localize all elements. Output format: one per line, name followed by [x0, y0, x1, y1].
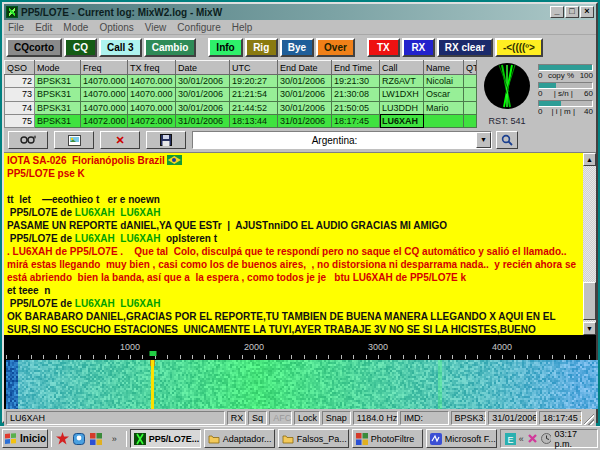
- title-bar[interactable]: PP5/LO7E - Current log: MixW2.log - MixW…: [4, 4, 596, 20]
- cell-qth[interactable]: [464, 88, 477, 101]
- table-row[interactable]: 73BPSK3114070.00014070.00030/01/200621:2…: [5, 88, 477, 101]
- rx-scrollbar[interactable]: ▲ ▼: [583, 153, 596, 335]
- status-panel-3[interactable]: AFC: [269, 411, 292, 425]
- macro-button-rx[interactable]: RX: [402, 38, 435, 57]
- col-header-end-time[interactable]: End Time: [332, 61, 380, 75]
- menu-file[interactable]: File: [8, 22, 24, 33]
- chevron-down-icon[interactable]: ▼: [476, 132, 491, 148]
- cell-end-time[interactable]: 18:17:45: [332, 114, 380, 127]
- cell-mode[interactable]: BPSK31: [35, 114, 81, 127]
- cell-qth[interactable]: [464, 114, 477, 127]
- table-row[interactable]: 72BPSK3114070.00014070.00030/01/200619:2…: [5, 75, 477, 88]
- cell-mode[interactable]: BPSK31: [35, 75, 81, 88]
- cell-utc[interactable]: 19:20:27: [230, 75, 278, 88]
- cell-utc[interactable]: 21:21:54: [230, 88, 278, 101]
- cell-end-time[interactable]: 21:30:08: [332, 88, 380, 101]
- macro-button-call-3[interactable]: Call 3: [99, 38, 142, 57]
- col-header-date[interactable]: Date: [176, 61, 230, 75]
- rx-frequency-marker[interactable]: [149, 351, 156, 356]
- menu-help[interactable]: Help: [232, 22, 253, 33]
- minimize-button[interactable]: _: [550, 6, 564, 18]
- tray-pink-icon[interactable]: [527, 433, 538, 445]
- log-table-body[interactable]: 72BPSK3114070.00014070.00030/01/200619:2…: [5, 75, 477, 128]
- col-header-tx-freq[interactable]: TX freq: [128, 61, 176, 75]
- status-panel-5[interactable]: Snap: [322, 411, 351, 425]
- macro-button--[interactable]: -<((((º>: [495, 38, 543, 57]
- col-header-freq[interactable]: Freq: [81, 61, 128, 75]
- rx-text-window[interactable]: IOTA SA-026 Florianópolis BrazilPP5/LO7E…: [4, 153, 583, 335]
- cell-end-date[interactable]: 30/01/2006: [278, 101, 332, 114]
- log-table[interactable]: QSOModeFreqTX freqDateUTCEnd DateEnd Tim…: [4, 60, 477, 128]
- taskbar-task-photofiltre[interactable]: PhotoFiltre: [352, 429, 423, 448]
- cell-call[interactable]: LU6XAH: [380, 114, 424, 127]
- macro-button-rx-clear[interactable]: RX clear: [437, 38, 493, 57]
- cell-end-date[interactable]: 30/01/2006: [278, 88, 332, 101]
- start-button[interactable]: Inicio: [2, 429, 48, 448]
- maximize-button[interactable]: □: [565, 6, 579, 18]
- scroll-down-icon[interactable]: ▼: [583, 322, 596, 335]
- cell-qso[interactable]: 75: [5, 114, 35, 127]
- table-row[interactable]: 74BPSK3114070.00014070.00030/01/200621:4…: [5, 101, 477, 114]
- macro-button-tx[interactable]: TX: [367, 38, 400, 57]
- macro-button-over[interactable]: Over: [316, 38, 355, 57]
- col-header-end-date[interactable]: End Date: [278, 61, 332, 75]
- quicklaunch-star-icon[interactable]: [55, 431, 69, 446]
- col-header-call[interactable]: Call: [380, 61, 424, 75]
- frequency-ruler[interactable]: 1000200030004000: [6, 342, 594, 354]
- menu-configure[interactable]: Configure: [177, 22, 220, 33]
- cell-name[interactable]: [424, 114, 464, 127]
- cell-qso[interactable]: 73: [5, 88, 35, 101]
- cell-end-time[interactable]: 19:21:30: [332, 75, 380, 88]
- taskbar-task-pp5-lo7e-[interactable]: PP5/LO7E...: [130, 429, 201, 448]
- menu-edit[interactable]: Edit: [35, 22, 52, 33]
- tray-app-icon[interactable]: E: [505, 433, 516, 445]
- save-button[interactable]: [146, 131, 186, 149]
- scroll-up-icon[interactable]: ▲: [583, 153, 596, 166]
- macro-button-bye[interactable]: Bye: [280, 38, 314, 57]
- macro-button-cqcorto[interactable]: CQcorto: [6, 38, 62, 57]
- quicklaunch-overflow-chevron[interactable]: »: [112, 434, 117, 444]
- status-panel-2[interactable]: Sq: [248, 411, 267, 425]
- cell-freq[interactable]: 14070.000: [81, 75, 128, 88]
- waterfall-spectrogram[interactable]: [6, 360, 598, 409]
- scroll-track[interactable]: [583, 166, 596, 322]
- menu-options[interactable]: Options: [99, 22, 133, 33]
- cell-end-time[interactable]: 21:50:05: [332, 101, 380, 114]
- cell-mode[interactable]: BPSK31: [35, 88, 81, 101]
- tray-clock-icon[interactable]: [541, 433, 552, 445]
- callsign-lookup-button[interactable]: [496, 131, 518, 149]
- cell-utc[interactable]: 18:13:44: [230, 114, 278, 127]
- delete-button[interactable]: ✕: [100, 131, 140, 149]
- cell-tx-freq[interactable]: 14070.000: [128, 75, 176, 88]
- quicklaunch-messenger-icon[interactable]: [72, 431, 86, 446]
- cell-name[interactable]: Oscar: [424, 88, 464, 101]
- cell-date[interactable]: 30/01/2006: [176, 101, 230, 114]
- cell-date[interactable]: 30/01/2006: [176, 88, 230, 101]
- menu-mode[interactable]: Mode: [63, 22, 88, 33]
- cell-qso[interactable]: 72: [5, 75, 35, 88]
- resize-grip[interactable]: [584, 411, 594, 425]
- cell-freq[interactable]: 14070.000: [81, 101, 128, 114]
- waterfall-block[interactable]: 1000200030004000: [4, 335, 596, 409]
- log-table-header[interactable]: QSOModeFreqTX freqDateUTCEnd DateEnd Tim…: [5, 61, 477, 75]
- cell-end-date[interactable]: 31/01/2006: [278, 114, 332, 127]
- cell-call[interactable]: LW1DXH: [380, 88, 424, 101]
- col-header-name[interactable]: Name: [424, 61, 464, 75]
- cell-date[interactable]: 31/01/2006: [176, 114, 230, 127]
- macro-button-info[interactable]: Info: [208, 38, 242, 57]
- cell-utc[interactable]: 21:44:52: [230, 101, 278, 114]
- cell-qth[interactable]: [464, 101, 477, 114]
- quicklaunch-grid-icon[interactable]: [89, 431, 103, 446]
- search-log-button[interactable]: [8, 131, 48, 149]
- cell-mode[interactable]: BPSK31: [35, 101, 81, 114]
- col-header-qth[interactable]: QTH: [464, 61, 477, 75]
- cell-freq[interactable]: 14072.000: [81, 114, 128, 127]
- cell-call[interactable]: RZ6AVT: [380, 75, 424, 88]
- cell-tx-freq[interactable]: 14070.000: [128, 101, 176, 114]
- scroll-thumb[interactable]: [583, 282, 596, 320]
- macro-button-cq[interactable]: CQ: [64, 38, 97, 57]
- cell-qso[interactable]: 74: [5, 101, 35, 114]
- tray-chevron[interactable]: «: [519, 434, 524, 444]
- taskbar-task-microsoft-f-[interactable]: Microsoft F...: [426, 429, 497, 448]
- col-header-mode[interactable]: Mode: [35, 61, 81, 75]
